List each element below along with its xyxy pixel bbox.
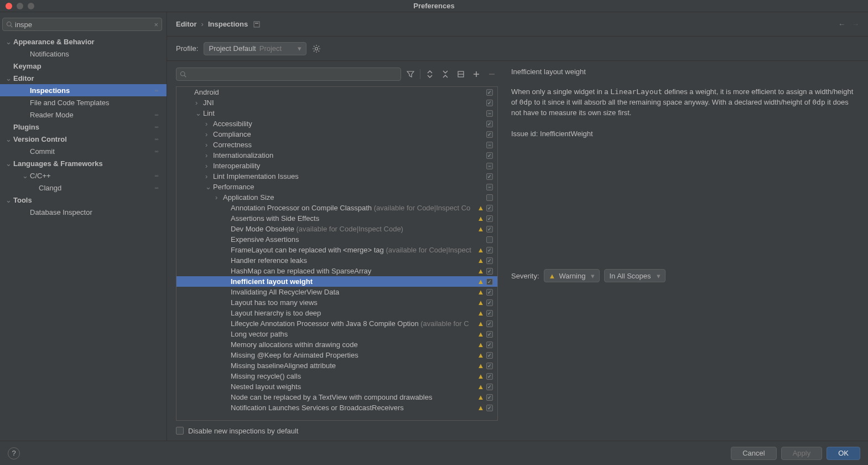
inspection-checkbox[interactable]: ✓ [485, 299, 494, 306]
inspection-row[interactable]: Missing baselineAligned attribute ▲✓ [176, 360, 497, 371]
sidebar-item-commit[interactable]: Commit▫▫ [0, 145, 167, 157]
inspections-search[interactable] [176, 68, 401, 81]
inspection-checkbox[interactable] [485, 236, 494, 243]
inspection-row[interactable]: ›Application Size [176, 192, 497, 203]
inspection-checkbox[interactable]: ✓ [485, 226, 494, 232]
inspection-checkbox[interactable]: ✓ [485, 289, 494, 296]
sidebar-item-languages-frameworks[interactable]: ⌄Languages & Frameworks [0, 157, 167, 169]
sidebar-item-tools[interactable]: ⌄Tools [0, 194, 167, 206]
inspection-row[interactable]: Dev Mode Obsolete (available for Code|In… [176, 224, 497, 234]
inspection-row[interactable]: Invalidating All RecyclerView Data ▲✓ [176, 287, 497, 297]
inspection-row[interactable]: Layout has too many views ▲✓ [176, 297, 497, 308]
sidebar-item-version-control[interactable]: ⌄Version Control▫▫ [0, 133, 167, 145]
inspection-row[interactable]: HashMap can be replaced with SparseArray… [176, 266, 497, 276]
severity-select[interactable]: ▲ Warning ▾ [544, 269, 600, 282]
inspection-checkbox[interactable]: ✓ [485, 310, 494, 317]
inspection-checkbox[interactable]: − [485, 184, 494, 190]
sidebar-item-database-inspector[interactable]: Database Inspector [0, 206, 167, 218]
inspection-row[interactable]: Notification Launches Services or Broadc… [176, 402, 497, 413]
inspection-row[interactable]: ›Lint Implementation Issues ✓ [176, 171, 497, 182]
inspection-row[interactable]: Lifecycle Annotation Processor with Java… [176, 318, 497, 329]
expand-all-icon[interactable] [424, 68, 436, 80]
inspection-checkbox[interactable]: ✓ [485, 405, 494, 411]
inspection-checkbox[interactable]: − [485, 142, 494, 148]
scope-select[interactable]: In All Scopes ▾ [604, 269, 665, 282]
profile-select[interactable]: Project Default Project ▾ [204, 42, 306, 55]
nav-back-icon[interactable]: ← [838, 20, 845, 28]
settings-search-input[interactable] [15, 20, 154, 29]
inspection-row[interactable]: FrameLayout can be replaced with <merge>… [176, 245, 497, 255]
inspection-row[interactable]: Missing @Keep for Animated Properties ▲✓ [176, 350, 497, 360]
inspection-checkbox[interactable]: ✓ [485, 384, 494, 390]
remove-icon[interactable] [486, 68, 498, 80]
close-window-button[interactable] [6, 3, 12, 9]
reset-icon[interactable] [455, 68, 467, 80]
inspection-checkbox[interactable]: ✓ [485, 268, 494, 275]
inspection-checkbox[interactable]: ✓ [485, 321, 494, 327]
inspection-row[interactable]: ›Internationalization ✓ [176, 150, 497, 161]
cancel-button[interactable]: Cancel [731, 447, 776, 460]
minimize-window-button[interactable] [17, 3, 23, 9]
sidebar-item-plugins[interactable]: Plugins▫▫ [0, 121, 167, 133]
popup-icon[interactable] [253, 21, 260, 28]
inspection-checkbox[interactable]: ✓ [485, 278, 494, 285]
inspection-checkbox[interactable]: ✓ [485, 394, 494, 401]
inspection-row[interactable]: Handler reference leaks ▲✓ [176, 255, 497, 266]
inspection-checkbox[interactable]: ✓ [485, 331, 494, 338]
inspection-checkbox[interactable] [485, 194, 494, 201]
inspection-row[interactable]: Node can be replaced by a TextView with … [176, 392, 497, 402]
inspection-row[interactable]: Memory allocations within drawing code ▲… [176, 339, 497, 350]
inspection-row[interactable]: Assertions with Side Effects ▲✓ [176, 213, 497, 224]
sidebar-item-editor[interactable]: ⌄Editor [0, 72, 167, 84]
breadcrumb-parent[interactable]: Editor [176, 20, 197, 28]
inspection-row[interactable]: Missing recycle() calls ▲✓ [176, 371, 497, 381]
inspection-row[interactable]: Layout hierarchy is too deep ▲✓ [176, 308, 497, 318]
sidebar-item-appearance-behavior[interactable]: ⌄Appearance & Behavior [0, 35, 167, 48]
clear-search-icon[interactable]: × [154, 20, 158, 29]
add-icon[interactable] [470, 68, 482, 80]
sidebar-item-file-and-code-templates[interactable]: File and Code Templates [0, 96, 167, 108]
maximize-window-button[interactable] [28, 3, 34, 9]
inspection-checkbox[interactable]: ✓ [485, 100, 494, 106]
inspection-checkbox[interactable]: ✓ [485, 121, 494, 127]
gear-icon[interactable] [312, 44, 321, 53]
apply-button[interactable]: Apply [781, 447, 823, 460]
collapse-all-icon[interactable] [439, 68, 451, 80]
help-button[interactable]: ? [8, 447, 20, 459]
inspection-row[interactable]: ›Accessibility ✓ [176, 118, 497, 129]
inspection-row[interactable]: ›Interoperability − [176, 161, 497, 171]
inspection-checkbox[interactable]: ✓ [485, 373, 494, 380]
inspection-row[interactable]: ›Compliance ✓ [176, 129, 497, 140]
sidebar-item-keymap[interactable]: Keymap [0, 60, 167, 72]
sidebar-item-notifications[interactable]: Notifications [0, 48, 167, 60]
inspections-tree[interactable]: Android ✓›JNI ✓⌄Lint −›Accessibility ✓›C… [176, 87, 497, 420]
inspection-checkbox[interactable]: − [485, 110, 494, 117]
inspection-row[interactable]: Inefficient layout weight ▲✓ [176, 276, 497, 287]
inspection-checkbox[interactable]: ✓ [485, 342, 494, 348]
inspection-row[interactable]: ›Correctness − [176, 140, 497, 150]
inspection-checkbox[interactable]: ✓ [485, 152, 494, 159]
settings-search[interactable]: × [2, 18, 162, 31]
inspection-row[interactable]: ⌄Performance − [176, 182, 497, 192]
inspection-checkbox[interactable]: ✓ [485, 257, 494, 264]
inspection-checkbox[interactable]: − [485, 163, 494, 169]
sidebar-item-clangd[interactable]: Clangd▫▫ [0, 182, 167, 194]
inspection-row[interactable]: Expensive Assertions [176, 234, 497, 245]
inspection-checkbox[interactable]: ✓ [485, 205, 494, 211]
sidebar-item-reader-mode[interactable]: Reader Mode▫▫ [0, 108, 167, 121]
inspection-row[interactable]: Annotation Processor on Compile Classpat… [176, 203, 497, 213]
sidebar-item-c-c-[interactable]: ⌄C/C++▫▫ [0, 169, 167, 182]
filter-icon[interactable] [404, 68, 417, 80]
inspection-checkbox[interactable]: ✓ [485, 352, 494, 359]
inspection-checkbox[interactable]: ✓ [485, 173, 494, 180]
inspection-checkbox[interactable]: ✓ [485, 363, 494, 369]
sidebar-item-inspections[interactable]: Inspections▫▫ [0, 84, 167, 96]
inspection-checkbox[interactable]: ✓ [485, 89, 494, 96]
inspection-checkbox[interactable]: ✓ [485, 247, 494, 254]
inspection-row[interactable]: ›JNI ✓ [176, 97, 497, 108]
inspection-row[interactable]: ⌄Lint − [176, 108, 497, 118]
inspection-row[interactable]: Long vector paths ▲✓ [176, 329, 497, 339]
disable-inspections-checkbox[interactable]: Disable new inspections by default [176, 427, 298, 435]
inspection-row[interactable]: Nested layout weights ▲✓ [176, 381, 497, 392]
inspection-checkbox[interactable]: ✓ [485, 131, 494, 138]
